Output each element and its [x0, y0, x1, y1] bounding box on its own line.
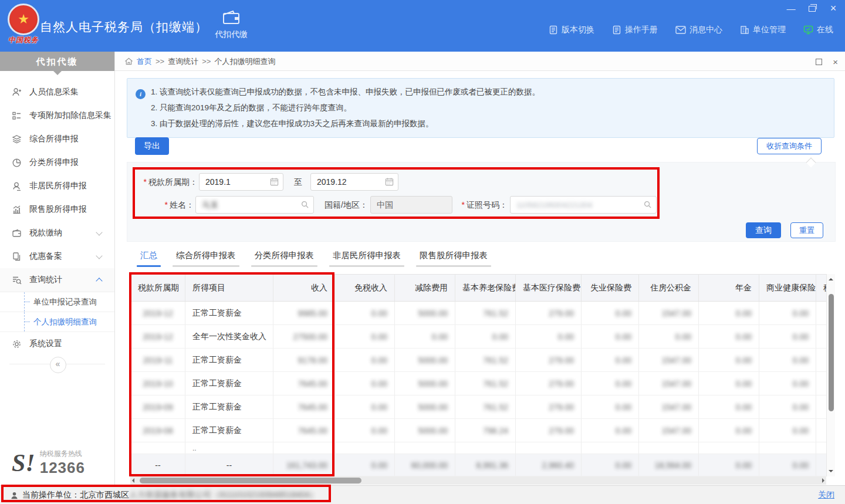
- nationality-label: 国籍/地区：: [316, 196, 368, 214]
- vertical-scrollbar[interactable]: [826, 274, 835, 476]
- table-cell: 0.00: [759, 395, 816, 419]
- tab-comprehensive-income-return[interactable]: 综合所得申报表: [174, 250, 238, 267]
- table-cell: 0.00: [582, 349, 639, 372]
- table-row[interactable]: 2019-12正常工资薪金9985.000.005000.00761.52279…: [131, 302, 827, 325]
- table-cell: 全年一次性奖金收入: [185, 325, 273, 349]
- table-cell: [131, 442, 185, 454]
- scroll-right-arrow-icon[interactable]: [822, 478, 824, 483]
- search-icon[interactable]: [300, 200, 309, 209]
- table-cell: 0.00: [759, 454, 816, 476]
- sidebar-item-special-deduction[interactable]: 专项附加扣除信息采集: [0, 104, 114, 127]
- query-button[interactable]: 查询: [746, 222, 781, 238]
- sidebar-item-nonresident-income[interactable]: 非居民所得申报: [0, 174, 114, 198]
- sidebar-header-pointer: [53, 71, 62, 79]
- reset-button[interactable]: 重置: [790, 222, 823, 238]
- table-row[interactable]: ..: [131, 442, 827, 454]
- online-status[interactable]: 在线: [803, 25, 833, 35]
- menu-version-switch[interactable]: 版本切换: [549, 25, 594, 35]
- restore-icon: [809, 6, 816, 12]
- menu-unit-management[interactable]: 单位管理: [740, 25, 786, 35]
- cert-number-input[interactable]: 110562199304221304: [510, 196, 657, 214]
- calendar-icon[interactable]: [270, 177, 279, 186]
- search-icon[interactable]: [643, 200, 652, 209]
- horizontal-scrollbar[interactable]: [130, 476, 826, 485]
- tab-nonresident-income-return[interactable]: 非居民所得申报表: [331, 250, 403, 267]
- table-row[interactable]: 2019-09正常工资薪金7645.000.005000.00761.52279…: [131, 395, 827, 419]
- table-cell: 5000.00: [395, 349, 455, 372]
- table-cell: 279.00: [516, 395, 582, 419]
- sidebar-item-tax-payment[interactable]: 税款缴纳: [0, 221, 114, 245]
- period-from-input[interactable]: 2019.1: [199, 173, 283, 191]
- sidebar-item-comprehensive-income[interactable]: 综合所得申报: [0, 127, 114, 151]
- sidebar-item-classified-income[interactable]: 分类所得申报: [0, 151, 114, 174]
- tab-classified-income-return[interactable]: 分类所得申报表: [253, 250, 316, 267]
- result-table-wrap: 税款所属期所得项目收入免税收入减除费用基本养老保险费基本医疗保险费失业保险费住房…: [130, 274, 826, 476]
- to-label: 至: [290, 173, 306, 191]
- horizontal-scroll-thumb[interactable]: [140, 478, 361, 483]
- table-cell: 2019-09: [131, 395, 185, 419]
- hotline-label: 纳税服务热线: [40, 449, 85, 459]
- table-cell: [516, 442, 582, 454]
- table-row[interactable]: 2019-12全年一次性奖金收入27500.000.000.000.000.00…: [131, 325, 827, 349]
- sidebar-item-preferential-filing[interactable]: 优惠备案: [0, 245, 114, 268]
- table-cell: 1547.00: [639, 419, 699, 442]
- table-cell: [395, 442, 455, 454]
- vertical-scroll-thumb[interactable]: [829, 294, 834, 411]
- table-cell: 60,000.00: [395, 454, 455, 476]
- restore-button[interactable]: [807, 4, 817, 13]
- column-header: 税: [816, 275, 827, 302]
- tab-withholding-label: 代扣代缴: [204, 29, 258, 40]
- breadcrumb-item-query-statistics[interactable]: 查询统计: [168, 56, 198, 67]
- table-cell: 1547.00: [639, 349, 699, 372]
- menu-manual-label: 操作手册: [625, 25, 658, 35]
- calendar-icon[interactable]: [385, 177, 394, 186]
- close-link[interactable]: 关闭: [818, 486, 834, 504]
- table-row[interactable]: 2019-08正常工资薪金7645.000.005000.00798.24279…: [131, 419, 827, 442]
- building-icon: [740, 25, 749, 35]
- tab-withholding[interactable]: 代扣代缴: [204, 9, 258, 40]
- sidebar-subitem-unit-declaration-query[interactable]: 单位申报记录查询: [0, 292, 114, 312]
- scroll-up-arrow-icon[interactable]: [829, 278, 833, 280]
- table-cell: [816, 325, 827, 349]
- table-row[interactable]: 2019-10正常工资薪金7645.000.005000.00761.52279…: [131, 372, 827, 395]
- export-button[interactable]: 导出: [135, 137, 169, 155]
- period-to-input[interactable]: 2019.12: [310, 173, 398, 191]
- table-row[interactable]: 2019-11正常工资薪金9178.000.005000.00761.52279…: [131, 349, 827, 372]
- pane-maximize-icon[interactable]: [816, 59, 822, 65]
- column-header: 基本医疗保险费: [516, 275, 582, 302]
- sidebar-item-label: 限售股所得申报: [29, 204, 87, 215]
- sidebar-item-label: 查询统计: [29, 275, 62, 285]
- sidebar-collapse-button[interactable]: «: [50, 357, 66, 373]
- name-input[interactable]: 马某: [195, 196, 314, 214]
- scroll-left-arrow-icon[interactable]: [132, 478, 134, 483]
- minimize-button[interactable]: —: [786, 4, 796, 13]
- table-cell: 2019-11: [131, 349, 185, 372]
- summary-row[interactable]: ----161,743.000.0060,000.008,991.362,960…: [131, 454, 827, 476]
- sidebar-item-restricted-stock[interactable]: 限售股所得申报: [0, 198, 114, 221]
- hotline-block: S! 纳税服务热线 12366: [12, 449, 85, 477]
- sidebar-subitem-personal-withholding-query[interactable]: 个人扣缴明细查询: [0, 312, 114, 332]
- cert-number-redacted: 110562199304221304: [516, 201, 592, 209]
- table-cell: 0.00: [335, 302, 395, 325]
- table-cell: 161,743.00: [273, 454, 335, 476]
- sidebar-item-query-statistics[interactable]: 查询统计: [0, 268, 114, 292]
- pane-close-icon[interactable]: ×: [833, 57, 838, 67]
- column-header: 基本养老保险费: [455, 275, 516, 302]
- menu-manual[interactable]: 操作手册: [612, 25, 658, 35]
- menu-message-center[interactable]: 消息中心: [675, 25, 722, 35]
- online-status-label: 在线: [817, 25, 833, 35]
- scroll-down-arrow-icon[interactable]: [829, 470, 833, 472]
- sidebar-item-system-settings[interactable]: 系统设置: [0, 332, 114, 356]
- table-cell: 0.00: [582, 302, 639, 325]
- table-cell: 2019-10: [131, 372, 185, 395]
- tab-summary[interactable]: 汇总: [138, 250, 159, 267]
- table-cell: 0.00: [759, 302, 816, 325]
- close-button[interactable]: ×: [829, 4, 838, 13]
- breadcrumb-home[interactable]: 首页: [137, 56, 152, 67]
- sidebar-item-personnel-info[interactable]: 人员信息采集: [0, 80, 114, 104]
- hotline-logo-icon: S!: [12, 451, 35, 475]
- bar-chart-icon: [12, 205, 22, 215]
- table-cell: [273, 442, 335, 454]
- tab-restricted-stock-return[interactable]: 限售股所得申报表: [418, 250, 489, 267]
- collapse-query-button[interactable]: 收折查询条件: [757, 138, 822, 154]
